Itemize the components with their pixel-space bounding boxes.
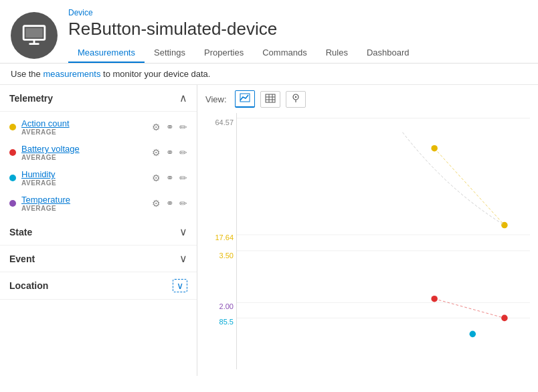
main-content: Telemetry ∧ Action count AVERAGE ⚙ ⚭ ✏	[0, 85, 538, 376]
nav-tabs: Measurements Settings Properties Command…	[68, 43, 527, 63]
item-label-action-count: AVERAGE	[21, 128, 147, 136]
dot-battery-voltage	[9, 149, 16, 156]
event-title: Event	[9, 254, 35, 264]
dot-humidity	[9, 175, 16, 181]
item-label-temperature: AVERAGE	[21, 205, 147, 212]
chevron-down-icon: ∨	[179, 252, 187, 265]
svg-rect-1	[25, 28, 42, 37]
view-map-button[interactable]	[286, 91, 306, 108]
y-label-6457: 64.57	[215, 118, 234, 126]
info-bar: Use the measurements to monitor your dev…	[0, 64, 538, 85]
view-label: View:	[205, 94, 227, 104]
info-link: measurements	[43, 69, 100, 79]
view-line-button[interactable]	[235, 90, 255, 108]
tab-dashboard[interactable]: Dashboard	[357, 43, 419, 63]
svg-point-21	[470, 331, 476, 338]
table-icon	[265, 94, 276, 103]
y-label-855: 85.5	[219, 318, 234, 326]
list-item: Action count AVERAGE ⚙ ⚭ ✏	[0, 114, 197, 140]
telemetry-list: Action count AVERAGE ⚙ ⚭ ✏ Battery volta…	[0, 112, 197, 219]
svg-line-17	[434, 149, 505, 225]
eye-icon[interactable]: ⚭	[166, 122, 174, 132]
item-info-temperature: Temperature AVERAGE	[21, 195, 147, 212]
dot-temperature	[9, 200, 16, 207]
y-label-1764: 17.64	[215, 233, 234, 241]
gear-icon[interactable]: ⚙	[152, 198, 161, 209]
gear-icon[interactable]: ⚙	[152, 173, 161, 183]
monitor-icon	[21, 23, 47, 48]
sidebar: Telemetry ∧ Action count AVERAGE ⚙ ⚭ ✏	[0, 85, 197, 376]
y-label-350: 3.50	[219, 252, 234, 260]
tab-commands[interactable]: Commands	[253, 43, 316, 63]
location-title: Location	[9, 280, 48, 291]
svg-rect-3	[266, 94, 275, 102]
state-title: State	[9, 227, 32, 237]
gear-icon[interactable]: ⚙	[152, 147, 161, 158]
item-label-battery-voltage: AVERAGE	[21, 154, 147, 161]
item-icons-battery-voltage: ⚙ ⚭ ✏	[152, 147, 187, 158]
svg-line-20	[434, 299, 505, 318]
item-name-action-count[interactable]: Action count	[21, 118, 147, 128]
chart-container: 64.57 17.64 3.50 2.00 85.5	[205, 113, 530, 369]
edit-icon[interactable]: ✏	[179, 122, 187, 132]
device-breadcrumb[interactable]: Device	[68, 8, 527, 17]
item-info-battery-voltage: Battery voltage AVERAGE	[21, 144, 147, 161]
tab-rules[interactable]: Rules	[317, 43, 357, 63]
item-info-action-count: Action count AVERAGE	[21, 118, 147, 136]
dot-action-count	[9, 124, 16, 130]
svg-point-19	[501, 315, 508, 322]
edit-icon[interactable]: ✏	[179, 147, 187, 158]
eye-icon[interactable]: ⚭	[166, 198, 174, 209]
chevron-down-icon: ∨	[179, 225, 187, 238]
item-name-battery-voltage[interactable]: Battery voltage	[21, 144, 147, 154]
device-icon	[11, 12, 58, 59]
edit-icon[interactable]: ✏	[179, 198, 187, 209]
item-info-humidity: Humidity AVERAGE	[21, 169, 147, 187]
eye-icon[interactable]: ⚭	[166, 147, 174, 158]
header-info: Device ReButton-simulated-device Measure…	[68, 8, 527, 63]
item-label-humidity: AVERAGE	[21, 179, 147, 187]
tab-settings[interactable]: Settings	[145, 43, 195, 63]
chevron-up-icon: ∧	[179, 92, 187, 104]
chevron-dashed-icon: ∨	[173, 279, 187, 292]
page-title: ReButton-simulated-device	[68, 19, 527, 39]
gear-icon[interactable]: ⚙	[152, 122, 161, 132]
line-chart-icon	[240, 93, 250, 102]
item-icons-humidity: ⚙ ⚭ ✏	[152, 173, 187, 183]
view-controls: View:	[205, 90, 530, 108]
eye-icon[interactable]: ⚭	[166, 173, 174, 183]
chart-inner	[236, 113, 530, 369]
tab-measurements[interactable]: Measurements	[68, 43, 145, 63]
section-telemetry[interactable]: Telemetry ∧	[0, 85, 197, 112]
chart-area: View:	[197, 85, 538, 376]
item-icons-action-count: ⚙ ⚭ ✏	[152, 122, 187, 132]
section-location[interactable]: Location ∨	[0, 272, 197, 300]
tab-properties[interactable]: Properties	[195, 43, 253, 63]
y-axis: 64.57 17.64 3.50 2.00 85.5	[205, 113, 236, 369]
list-item: Battery voltage AVERAGE ⚙ ⚭ ✏	[0, 140, 197, 165]
y-label-200: 2.00	[219, 302, 234, 310]
svg-point-9	[294, 96, 296, 97]
item-name-temperature[interactable]: Temperature	[21, 195, 147, 205]
view-table-button[interactable]	[260, 91, 280, 108]
chart-svg	[237, 113, 530, 369]
section-event[interactable]: Event ∨	[0, 246, 197, 272]
list-item: Humidity AVERAGE ⚙ ⚭ ✏	[0, 165, 197, 191]
section-state[interactable]: State ∨	[0, 219, 197, 246]
item-icons-temperature: ⚙ ⚭ ✏	[152, 198, 187, 209]
edit-icon[interactable]: ✏	[179, 173, 187, 183]
item-name-humidity[interactable]: Humidity	[21, 169, 147, 179]
list-item: Temperature AVERAGE ⚙ ⚭ ✏	[0, 191, 197, 216]
telemetry-title: Telemetry	[9, 93, 53, 104]
map-icon	[290, 94, 301, 103]
